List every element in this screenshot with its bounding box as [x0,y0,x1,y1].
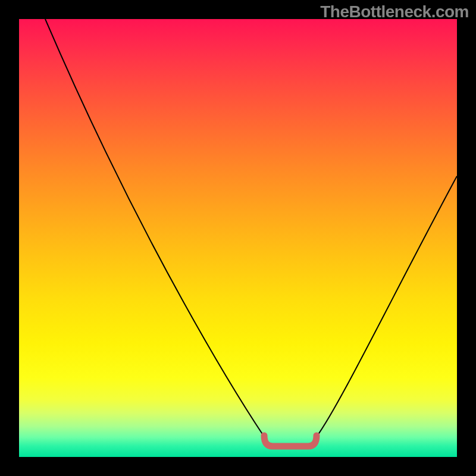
highlight-marker [264,436,317,446]
curve-svg [19,19,457,457]
watermark-text: TheBottleneck.com [320,2,469,21]
chart-frame: TheBottleneck.com [0,0,476,476]
plot-area [19,19,457,457]
bottleneck-curve [45,19,457,446]
